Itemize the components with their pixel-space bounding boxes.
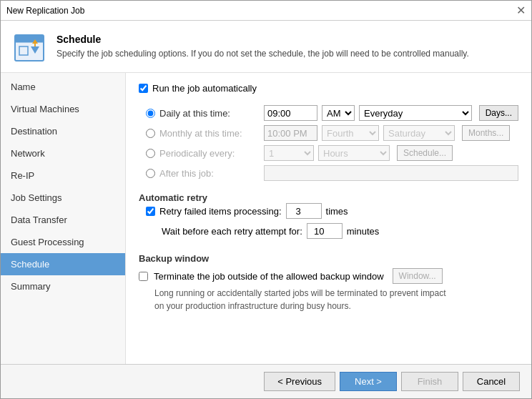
after-job-row: After this job: <box>146 165 518 181</box>
periodic-value-select[interactable]: 1 <box>264 145 314 161</box>
minutes-label: minutes <box>347 226 380 237</box>
monthly-radio[interactable] <box>146 129 155 138</box>
main-content: Run the job automatically Daily at this … <box>126 73 531 364</box>
monthly-row: Monthly at this time: Fourth First Secon… <box>146 125 518 141</box>
periodic-label: Periodically every: <box>159 148 260 159</box>
retry-times-input[interactable] <box>286 203 322 219</box>
wait-label: Wait before each retry attempt for: <box>162 226 302 237</box>
main-window: New Replication Job ✕ Schedule Specify t… <box>0 0 532 399</box>
terminate-checkbox[interactable] <box>139 272 148 281</box>
auto-retry-controls: Retry failed items processing: times Wai… <box>146 203 518 239</box>
sidebar-item-guest-processing[interactable]: Guest Processing <box>1 231 125 253</box>
monthly-occurrence-select[interactable]: Fourth First Second Third Last <box>322 125 379 141</box>
periodic-radio[interactable] <box>146 149 155 158</box>
cancel-button[interactable]: Cancel <box>463 372 520 391</box>
after-job-label: After this job: <box>159 168 260 179</box>
retry-row: Retry failed items processing: times <box>146 203 518 219</box>
header-description: Specify the job scheduling options. If y… <box>56 48 469 60</box>
daily-radio[interactable] <box>146 109 155 118</box>
daily-frequency-select[interactable]: Everyday Weekdays Weekends <box>359 105 472 121</box>
backup-window-title: Backup window <box>139 253 518 264</box>
daily-ampm-select[interactable]: AM PM <box>322 105 355 121</box>
footer: < Previous Next > Finish Cancel <box>1 364 531 398</box>
run-auto-checkbox[interactable] <box>139 84 148 93</box>
sidebar-item-name[interactable]: Name <box>1 76 125 98</box>
retry-label: Retry failed items processing: <box>159 206 282 217</box>
previous-button[interactable]: < Previous <box>264 372 335 391</box>
schedule-icon <box>12 29 46 64</box>
periodic-unit-select[interactable]: Hours Minutes Days <box>318 145 390 161</box>
svg-rect-1 <box>15 35 44 42</box>
wait-minutes-input[interactable] <box>307 223 343 239</box>
sidebar-item-network[interactable]: Network <box>1 142 125 164</box>
monthly-day-select[interactable]: Saturday Sunday Monday Tuesday Wednesday… <box>383 125 455 141</box>
auto-retry-title: Automatic retry <box>139 192 518 203</box>
backup-window-row: Terminate the job outside of the allowed… <box>139 268 518 284</box>
auto-retry-section: Automatic retry Retry failed items proce… <box>139 188 518 239</box>
run-auto-label: Run the job automatically <box>152 83 257 94</box>
days-button[interactable]: Days... <box>479 105 518 121</box>
schedule-button[interactable]: Schedule... <box>397 145 453 161</box>
sidebar-item-job-settings[interactable]: Job Settings <box>1 187 125 209</box>
header-section: Schedule Specify the job scheduling opti… <box>1 21 531 73</box>
close-button[interactable]: ✕ <box>516 5 526 16</box>
backup-desc-line2: on your production infrastructure during… <box>154 301 351 311</box>
times-label: times <box>326 206 348 217</box>
sidebar: Name Virtual Machines Destination Networ… <box>1 73 126 364</box>
sidebar-item-reip[interactable]: Re-IP <box>1 164 125 187</box>
daily-row: Daily at this time: AM PM Everyday Weekd… <box>146 105 518 121</box>
periodic-row: Periodically every: 1 Hours Minutes Days… <box>146 145 518 161</box>
sidebar-item-destination[interactable]: Destination <box>1 120 125 142</box>
retry-checkbox[interactable] <box>146 207 155 216</box>
after-job-input[interactable] <box>264 165 518 181</box>
backup-desc: Long running or accidentally started job… <box>154 287 518 312</box>
daily-time-input[interactable] <box>264 105 317 121</box>
window-title: New Replication Job <box>6 6 84 16</box>
monthly-time-input[interactable] <box>264 125 317 141</box>
terminate-label: Terminate the job outside of the allowed… <box>154 271 384 282</box>
months-button[interactable]: Months... <box>462 125 510 141</box>
backup-desc-line1: Long running or accidentally started job… <box>154 288 446 298</box>
sidebar-item-data-transfer[interactable]: Data Transfer <box>1 209 125 231</box>
sidebar-item-summary[interactable]: Summary <box>1 275 125 297</box>
window-button[interactable]: Window... <box>393 268 443 284</box>
sidebar-item-schedule[interactable]: Schedule <box>1 253 125 275</box>
next-button[interactable]: Next > <box>340 372 397 391</box>
daily-label: Daily at this time: <box>159 108 260 119</box>
body: Name Virtual Machines Destination Networ… <box>1 73 531 364</box>
header-text: Schedule Specify the job scheduling opti… <box>56 34 469 60</box>
backup-window-section: Backup window Terminate the job outside … <box>139 249 518 312</box>
titlebar: New Replication Job ✕ <box>1 1 531 21</box>
monthly-label: Monthly at this time: <box>159 128 260 139</box>
finish-button[interactable]: Finish <box>401 372 458 391</box>
schedule-options: Daily at this time: AM PM Everyday Weekd… <box>146 105 518 181</box>
run-auto-row: Run the job automatically <box>139 83 518 94</box>
wait-row: Wait before each retry attempt for: minu… <box>146 223 518 239</box>
header-title: Schedule <box>56 34 469 45</box>
after-job-radio[interactable] <box>146 169 155 178</box>
sidebar-item-virtual-machines[interactable]: Virtual Machines <box>1 98 125 120</box>
